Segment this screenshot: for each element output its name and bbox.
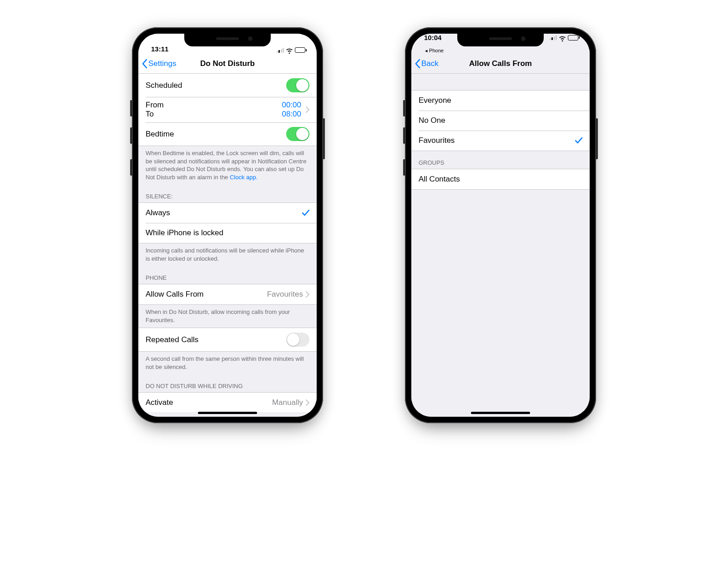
chevron-left-icon bbox=[415, 59, 420, 68]
back-button[interactable]: Settings bbox=[142, 59, 176, 68]
chevron-right-icon bbox=[306, 291, 309, 298]
scheduled-row[interactable]: Scheduled bbox=[138, 74, 317, 97]
from-label: From bbox=[146, 101, 164, 110]
screen-allowcalls: 10:04 ◂ Phone Back Allow Calls From bbox=[411, 34, 590, 417]
battery-icon bbox=[295, 47, 307, 53]
to-label: To bbox=[146, 110, 154, 119]
dnd-content[interactable]: Scheduled From00:00 To08:00 Bedtime When… bbox=[138, 74, 317, 417]
back-label: Back bbox=[421, 59, 439, 68]
silence-header: SILENCE: bbox=[138, 185, 317, 202]
silence-locked-label: While iPhone is locked bbox=[146, 228, 309, 237]
bedtime-footer: When Bedtime is enabled, the Lock screen… bbox=[138, 146, 317, 185]
chevron-right-icon bbox=[306, 106, 309, 113]
option-everyone[interactable]: Everyone bbox=[411, 91, 590, 111]
repeated-calls-label: Repeated Calls bbox=[146, 335, 286, 344]
wifi-icon bbox=[559, 35, 566, 40]
breadcrumb-back-to-app[interactable]: ◂ Phone bbox=[424, 47, 580, 54]
phone-header: PHONE bbox=[138, 266, 317, 284]
option-favourites-label: Favourites bbox=[419, 136, 575, 145]
silence-always-label: Always bbox=[146, 208, 302, 217]
home-indicator[interactable] bbox=[198, 412, 257, 414]
activate-value: Manually bbox=[272, 398, 303, 407]
wifi-icon bbox=[286, 47, 293, 53]
allowcalls-content[interactable]: Everyone No One Favourites GROUPS All Co… bbox=[411, 74, 590, 417]
option-noone-label: No One bbox=[419, 116, 582, 125]
activate-label: Activate bbox=[146, 398, 173, 407]
status-time: 10:04 bbox=[424, 34, 441, 41]
activate-row[interactable]: Activate Manually bbox=[138, 392, 317, 412]
bedtime-row[interactable]: Bedtime bbox=[138, 122, 317, 146]
status-time: 13:11 bbox=[151, 45, 168, 53]
notch bbox=[184, 34, 271, 46]
option-everyone-label: Everyone bbox=[419, 96, 582, 105]
silence-footer: Incoming calls and notifications will be… bbox=[138, 243, 317, 266]
allow-calls-row[interactable]: Allow Calls From Favourites bbox=[138, 284, 317, 304]
back-button[interactable]: Back bbox=[415, 59, 439, 68]
repeated-calls-toggle[interactable] bbox=[286, 333, 309, 347]
option-all-contacts-label: All Contacts bbox=[419, 175, 582, 184]
cellular-icon bbox=[550, 35, 557, 40]
option-noone[interactable]: No One bbox=[411, 111, 590, 131]
allow-calls-label: Allow Calls From bbox=[146, 290, 267, 299]
silence-locked-row[interactable]: While iPhone is locked bbox=[138, 223, 317, 243]
page-title: Do Not Disturb bbox=[200, 59, 255, 68]
silence-always-row[interactable]: Always bbox=[138, 203, 317, 223]
notch bbox=[457, 34, 544, 46]
cellular-icon bbox=[277, 48, 284, 53]
scheduled-label: Scheduled bbox=[146, 81, 286, 90]
repeated-calls-row[interactable]: Repeated Calls bbox=[138, 328, 317, 351]
nav-bar: Settings Do Not Disturb bbox=[138, 54, 317, 74]
chevron-left-icon bbox=[142, 59, 147, 68]
iphone-left: 13:11 Settings Do Not Disturb bbox=[132, 27, 323, 423]
option-favourites[interactable]: Favourites bbox=[411, 131, 590, 151]
repeated-calls-footer: A second call from the same person withi… bbox=[138, 352, 317, 374]
page-title: Allow Calls From bbox=[469, 59, 532, 68]
screen-dnd: 13:11 Settings Do Not Disturb bbox=[138, 34, 317, 417]
to-value: 08:00 bbox=[282, 110, 309, 119]
clock-app-link[interactable]: Clock app. bbox=[230, 174, 258, 181]
checkmark-icon bbox=[302, 210, 309, 216]
nav-bar: Back Allow Calls From bbox=[411, 54, 590, 74]
iphone-right: 10:04 ◂ Phone Back Allow Calls From bbox=[405, 27, 596, 423]
schedule-time-row[interactable]: From00:00 To08:00 bbox=[138, 97, 317, 122]
home-indicator[interactable] bbox=[471, 412, 530, 414]
checkmark-icon bbox=[575, 137, 582, 144]
bedtime-toggle[interactable] bbox=[286, 127, 309, 141]
back-label: Settings bbox=[148, 59, 176, 68]
chevron-right-icon bbox=[306, 399, 309, 406]
battery-icon bbox=[568, 35, 580, 40]
status-icons bbox=[277, 47, 307, 53]
groups-header: GROUPS bbox=[411, 151, 590, 169]
option-all-contacts[interactable]: All Contacts bbox=[411, 169, 590, 189]
allow-calls-footer: When in Do Not Disturb, allow incoming c… bbox=[138, 305, 317, 328]
bedtime-label: Bedtime bbox=[146, 130, 286, 139]
from-value: 00:00 bbox=[282, 101, 309, 110]
allow-calls-value: Favourites bbox=[267, 290, 303, 299]
driving-header: DO NOT DISTURB WHILE DRIVING bbox=[138, 374, 317, 392]
status-icons bbox=[550, 35, 580, 40]
scheduled-toggle[interactable] bbox=[286, 78, 309, 92]
